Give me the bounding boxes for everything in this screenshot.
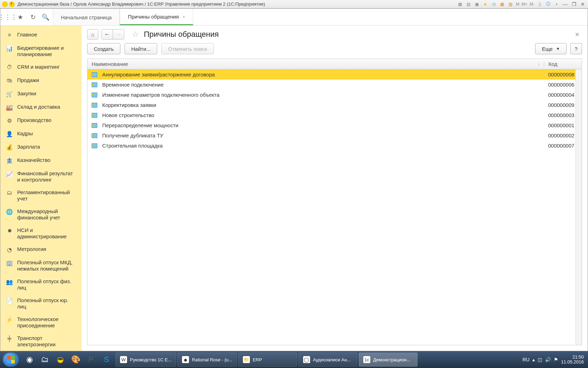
sidebar-item-5[interactable]: 🏭Склад и доставка [0,101,82,114]
taskbar-task-1[interactable]: ◆Rational Rose - (u... [177,353,237,367]
sidebar-item-7[interactable]: 👤Кадры [0,127,82,141]
sidebar-item-18[interactable]: ⚡Технологическое присоединение [0,313,82,332]
sidebar-item-9[interactable]: 🏦Казначейство [0,154,82,167]
column-code-header[interactable]: Код [544,61,582,67]
taskbar-task-4[interactable]: 1cДемонстрацион... [359,353,418,367]
start-button[interactable] [3,353,19,367]
nav-forward-button[interactable]: → [113,29,124,39]
sidebar-item-19[interactable]: ╪Транспорт электроэнергии [0,332,82,351]
info-icon[interactable]: ⓘ [545,1,551,7]
tab-close-icon[interactable]: × [182,14,185,20]
sidebar-item-label: CRM и маркетинг [17,64,59,70]
row-item-icon [92,113,97,118]
window-titlebar: Демонстрационная база / Орлов Александр … [0,0,588,8]
tabs-bar: Начальная страница Причины обращения× [53,9,193,25]
taskbar-icon-skype[interactable]: S [99,353,114,367]
table-row[interactable]: Новое строительство000000003 [88,110,582,120]
create-button[interactable]: Создать [87,43,120,54]
sidebar-item-4[interactable]: 🛒Закупки [0,87,82,101]
page-favorite-icon[interactable]: ☆ [132,30,139,39]
taskbar-task-2[interactable]: 📁ERP [238,353,297,367]
tray-lang[interactable]: RU [523,357,530,362]
panel-icon[interactable]: ▯ [537,1,543,7]
sidebar-item-label: Транспорт электроэнергии [17,335,76,348]
taskbar-icon-explorer[interactable]: 🗂 [37,353,52,367]
col-name-label: Наименование [92,61,128,67]
row-name: Аннулирование заявки/расторжение договор… [102,71,215,77]
sidebar-item-6[interactable]: ⚙Производство [0,114,82,127]
tb-icon-2[interactable]: ▤ [465,1,472,7]
calendar-icon[interactable]: ▥ [507,1,514,7]
taskbar-icon-1c[interactable]: ◒ [52,353,68,367]
find-button[interactable]: Найти... [125,43,157,54]
system-tray: RU ▴ ◫ 🔊 ⚑ 21:50 11.05.2016 [523,355,585,364]
column-name-header[interactable]: Наименование↓ [88,61,544,67]
sidebar-item-17[interactable]: 📄Полезный отпуск юр. лиц [0,294,82,313]
sidebar-item-13[interactable]: ✸НСИ и администрирование [0,224,82,243]
tray-show-hidden-icon[interactable]: ▴ [532,357,535,362]
sidebar-item-16[interactable]: 👥Полезный отпуск физ. лиц [0,275,82,294]
cancel-label: Отменить поиск [168,46,207,52]
nav-back-button[interactable]: ← [102,29,113,39]
sidebar-item-0[interactable]: ≡Главное [0,28,82,42]
more-button[interactable]: Еще▼ [535,43,566,54]
tb-icon-1[interactable]: ▦ [457,1,463,7]
app-logo-icon [2,1,8,7]
sidebar-item-11[interactable]: 🗂Регламентированный учет [0,186,82,205]
vertical-scrollbar[interactable] [575,69,582,345]
table-row[interactable]: Корректировка заявки000000009 [88,100,582,110]
tab-reasons[interactable]: Причины обращения× [120,9,193,25]
page-close-button[interactable]: × [575,30,582,39]
sidebar-item-8[interactable]: 💰Зарплата [0,141,82,154]
table-row[interactable]: Строительная площадка000000007 [88,141,582,151]
table-row[interactable]: Временное подключение000000006 [88,80,582,90]
sidebar-item-label: НСИ и администрирование [17,227,76,240]
sidebar-item-icon: 🏦 [6,157,13,164]
tray-flag-icon[interactable]: ⚑ [554,357,558,362]
window-restore-button[interactable]: ❐ [571,1,578,7]
table-row[interactable]: Получение дубликата ТУ000000002 [88,130,582,141]
favorite-star-icon[interactable]: ★ [482,1,489,7]
table-row[interactable]: Изменение параметров подключенного объек… [88,90,582,100]
taskbar-task-3[interactable]: ◯Аудиозаписи Ан... [299,353,357,367]
table-row[interactable]: Аннулирование заявки/расторжение договор… [88,69,582,80]
tray-clock[interactable]: 21:50 11.05.2016 [561,355,584,364]
taskbar-icon-project[interactable]: P [83,353,99,367]
sidebar-item-1[interactable]: 📊Бюджетирование и планирование [0,42,82,61]
row-name: Корректировка заявки [102,102,156,108]
taskbar-task-0[interactable]: WРуководство 1C E... [115,353,176,367]
favorites-icon[interactable]: ★ [16,13,24,21]
history-tool-icon[interactable]: ↻ [29,13,37,21]
sidebar-item-label: Полезный отпуск МКД, нежилых помещений [17,259,76,272]
taskbar-icon-app[interactable]: 🎨 [68,353,83,367]
window-close-button[interactable]: ✕ [580,1,586,7]
tab-start-page[interactable]: Начальная страница [53,9,120,25]
tray-volume-icon[interactable]: 🔊 [545,357,551,362]
window-minimize-button[interactable]: — [562,1,569,7]
table-row[interactable]: Перераспределение мощности000000001 [88,120,582,130]
memory-mminus[interactable]: M- [530,2,534,7]
calculator-icon[interactable]: ▦ [499,1,505,7]
sidebar-item-2[interactable]: ⏱CRM и маркетинг [0,61,82,74]
info-dropdown-icon[interactable]: ▾ [553,1,560,7]
sidebar-item-14[interactable]: ◔Метрология [0,243,82,256]
sidebar-item-15[interactable]: 🏢Полезный отпуск МКД, нежилых помещений [0,256,82,275]
app-menu-dropdown-icon[interactable] [9,1,15,7]
cancel-search-button[interactable]: Отменить поиск [161,43,214,54]
sidebar-item-3[interactable]: 🛍Продажи [0,74,82,87]
memory-mplus[interactable]: M+ [522,2,527,7]
taskbar-icon-teamviewer[interactable]: ◉ [22,353,37,367]
sidebar-item-10[interactable]: 📈Финансовый результат и контроллинг [0,167,82,186]
history-icon[interactable]: ◷ [491,1,497,7]
sidebar-item-12[interactable]: 🌐Международный финансовый учет [0,205,82,224]
memory-m[interactable]: M [516,2,519,7]
tb-icon-3[interactable]: ▣ [474,1,480,7]
help-button[interactable]: ? [570,43,582,54]
sidebar-item-icon: 🌐 [6,208,13,215]
sidebar-item-icon: 🛍 [6,77,13,84]
col-code-label: Код [548,61,558,67]
tray-network-icon[interactable]: ◫ [538,357,542,362]
search-icon[interactable]: 🔍 [42,13,49,21]
sections-menu-icon[interactable]: ⋮⋮⋮ [4,13,12,21]
home-button[interactable]: ⌂ [87,29,98,40]
